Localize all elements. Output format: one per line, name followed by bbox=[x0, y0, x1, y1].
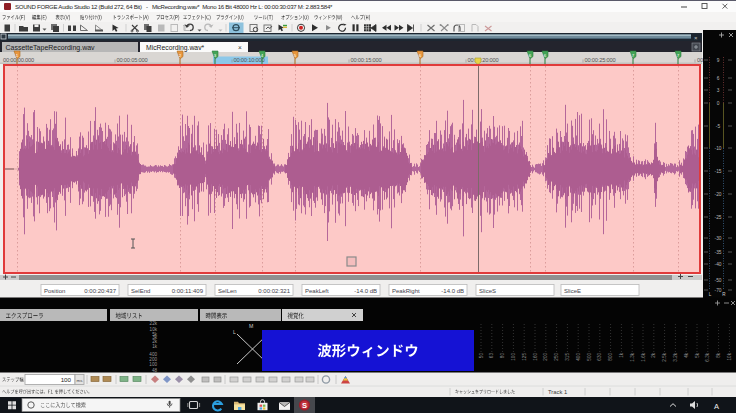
svg-text:00:00:05:000: 00:00:05:000 bbox=[116, 57, 147, 63]
svg-text:1.6k: 1.6k bbox=[641, 352, 646, 361]
svg-text:×: × bbox=[694, 35, 698, 41]
svg-text:100: 100 bbox=[149, 362, 157, 367]
svg-text:-20: -20 bbox=[715, 192, 722, 197]
svg-text:4k: 4k bbox=[684, 352, 689, 358]
svg-text:-5: -5 bbox=[716, 124, 721, 129]
svg-text:3: 3 bbox=[717, 88, 720, 93]
svg-text:-50: -50 bbox=[715, 278, 722, 283]
svg-text:1k: 1k bbox=[152, 344, 158, 349]
svg-text:-30: -30 bbox=[715, 236, 722, 241]
svg-text:3.2k: 3.2k bbox=[673, 352, 678, 361]
svg-text:00:00:20:000: 00:00:20:000 bbox=[467, 57, 498, 63]
svg-text:48: 48 bbox=[152, 368, 158, 373]
svg-text:250: 250 bbox=[554, 353, 559, 361]
svg-text:100: 100 bbox=[61, 376, 72, 383]
svg-text:80: 80 bbox=[500, 353, 505, 359]
svg-text:200: 200 bbox=[543, 353, 548, 361]
svg-text:×: × bbox=[238, 44, 242, 51]
svg-text:M: M bbox=[249, 323, 253, 329]
svg-text:63: 63 bbox=[489, 353, 494, 359]
svg-text:SelEnd: SelEnd bbox=[131, 288, 150, 294]
svg-text:CassetteTapeRecording.wav: CassetteTapeRecording.wav bbox=[6, 44, 96, 52]
svg-text:PeakRight: PeakRight bbox=[392, 288, 420, 294]
svg-text:10k: 10k bbox=[727, 352, 732, 360]
svg-text:-70: -70 bbox=[715, 288, 722, 293]
svg-text:800: 800 bbox=[608, 353, 613, 361]
svg-text:Position: Position bbox=[44, 288, 65, 294]
svg-text:2.5k: 2.5k bbox=[662, 352, 667, 361]
svg-text:-25: -25 bbox=[715, 215, 722, 220]
svg-text:0:00:02:321: 0:00:02:321 bbox=[258, 288, 290, 294]
svg-text:L: L bbox=[233, 329, 236, 335]
svg-text:-40: -40 bbox=[715, 262, 722, 267]
svg-text:-35: -35 bbox=[715, 250, 722, 255]
svg-text:00:00:15:000: 00:00:15:000 bbox=[350, 57, 381, 63]
svg-text:50: 50 bbox=[479, 353, 484, 359]
svg-text:-14.0 dB: -14.0 dB bbox=[354, 288, 377, 294]
svg-text:630: 630 bbox=[597, 353, 602, 361]
svg-text:0: 0 bbox=[717, 101, 720, 106]
svg-text:ms: ms bbox=[77, 378, 84, 383]
svg-text:0:00:20:437: 0:00:20:437 bbox=[84, 288, 116, 294]
svg-text:Track 1: Track 1 bbox=[548, 389, 567, 395]
svg-text:1.3k: 1.3k bbox=[630, 352, 635, 361]
svg-text:8k: 8k bbox=[716, 352, 721, 358]
svg-text:160: 160 bbox=[533, 353, 538, 361]
svg-text:2k: 2k bbox=[152, 339, 158, 344]
svg-text:1k: 1k bbox=[619, 352, 624, 358]
svg-text:125: 125 bbox=[522, 353, 527, 361]
svg-text:-15: -15 bbox=[715, 169, 722, 174]
svg-text:A: A bbox=[714, 402, 719, 411]
svg-text:2k: 2k bbox=[651, 352, 656, 358]
svg-text:0:00:11:409: 0:00:11:409 bbox=[172, 288, 204, 294]
svg-text:100: 100 bbox=[511, 353, 516, 361]
svg-text:5k: 5k bbox=[695, 352, 700, 358]
svg-text:SliceS: SliceS bbox=[479, 288, 496, 294]
svg-text:PeakLeft: PeakLeft bbox=[305, 288, 329, 294]
svg-text:400: 400 bbox=[576, 353, 581, 361]
svg-text:9: 9 bbox=[717, 58, 720, 63]
svg-text:500: 500 bbox=[587, 353, 592, 361]
svg-text:00:00:25:000: 00:00:25:000 bbox=[584, 57, 615, 63]
svg-text:MicRecording.wav*: MicRecording.wav* bbox=[146, 44, 205, 52]
svg-text:315: 315 bbox=[565, 353, 570, 361]
svg-text:-14.0 dB: -14.0 dB bbox=[441, 288, 464, 294]
svg-text:SOUND FORGE Audio Studio 12 (B: SOUND FORGE Audio Studio 12 (Build 272, … bbox=[15, 3, 333, 10]
svg-text:SelLen: SelLen bbox=[218, 288, 237, 294]
svg-text:6: 6 bbox=[717, 76, 720, 81]
svg-text:6.3k: 6.3k bbox=[705, 352, 710, 361]
svg-text:L: L bbox=[709, 292, 712, 297]
svg-text:S: S bbox=[302, 401, 307, 410]
svg-text:-10: -10 bbox=[715, 146, 722, 151]
svg-text:22k: 22k bbox=[150, 321, 158, 326]
svg-text:SliceE: SliceE bbox=[564, 288, 581, 294]
